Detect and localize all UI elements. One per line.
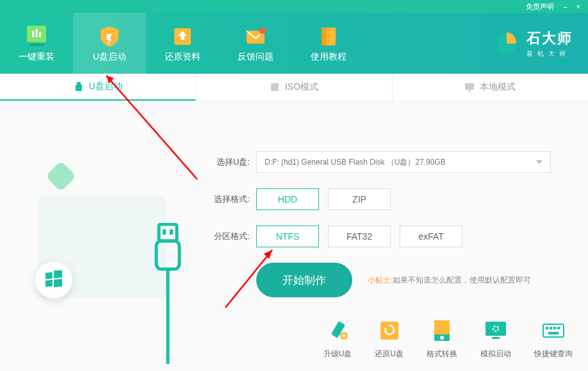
nav-label: 反馈问题 (238, 51, 274, 63)
brand-name: 石大师 (527, 29, 573, 48)
svg-rect-34 (550, 327, 552, 329)
usb-icon (74, 81, 84, 92)
svg-rect-11 (76, 85, 82, 91)
main-nav: 一键重装 U盘启动 还原资料 反馈问题 使用教程 (0, 13, 365, 74)
subtab-label: U盘启动 (89, 81, 122, 92)
usb-shield-icon (96, 24, 123, 47)
decor-shape (45, 161, 76, 192)
tool-label: 快捷键查询 (534, 349, 573, 359)
windows-logo-icon (35, 261, 72, 299)
tip-text: 小贴士:如果不知道怎么配置，使用默认配置即可 (368, 275, 531, 286)
bottom-tools: 升级U盘 还原U盘 格式转换 模拟启动 快捷键查询 (323, 317, 573, 359)
svg-rect-18 (54, 279, 62, 287)
usb-select[interactable]: D:F: (hd1) General USB Flash Disk （U盘）27… (256, 151, 551, 173)
svg-rect-3 (39, 32, 41, 37)
svg-point-7 (259, 28, 266, 34)
svg-rect-14 (468, 90, 471, 92)
restore-usb-icon (375, 317, 404, 345)
nav-usb-boot[interactable]: U盘启动 (73, 13, 146, 74)
keyboard-icon (539, 317, 568, 345)
nav-restore[interactable]: 还原资料 (146, 13, 219, 74)
usb-select-value: D:F: (hd1) General USB Flash Disk （U盘）27… (265, 157, 446, 168)
tip-prefix: 小贴士: (368, 276, 393, 284)
brand-sub: 装机大师 (527, 49, 573, 58)
brand-logo-icon (493, 30, 520, 57)
partition-label: 分区格式: (205, 231, 250, 242)
svg-rect-30 (492, 337, 500, 339)
tool-label: 格式转换 (427, 349, 457, 359)
tool-label: 模拟启动 (480, 349, 511, 359)
svg-rect-2 (36, 29, 38, 37)
envelope-icon (242, 24, 269, 47)
nav-label: 使用教程 (311, 51, 347, 63)
usb-select-label: 选择U盘: (205, 156, 250, 168)
partition-ntfs[interactable]: NTFS (256, 226, 319, 247)
subtab-label: 本地模式 (480, 81, 516, 93)
tool-label: 升级U盘 (323, 349, 352, 359)
svg-rect-32 (543, 324, 564, 337)
tool-simulate-boot[interactable]: 模拟启动 (480, 317, 511, 359)
minimize-button[interactable]: – (563, 3, 567, 10)
reinstall-icon (23, 24, 50, 47)
header: 一键重装 U盘启动 还原资料 反馈问题 使用教程 (0, 13, 588, 74)
svg-rect-25 (380, 322, 398, 340)
subtab-label: ISO模式 (285, 81, 318, 93)
svg-rect-29 (486, 322, 506, 336)
tool-restore-usb[interactable]: 还原U盘 (375, 317, 404, 359)
svg-rect-17 (45, 280, 53, 287)
svg-rect-9 (322, 28, 327, 45)
illustration (0, 101, 205, 371)
brand: 石大师 装机大师 (493, 29, 588, 58)
format-zip[interactable]: ZIP (328, 188, 391, 210)
usb-plug-icon (149, 223, 187, 364)
disclaimer-link[interactable]: 免责声明 (526, 2, 554, 12)
tool-label: 还原U盘 (375, 349, 404, 359)
nav-label: U盘启动 (93, 51, 126, 63)
partition-exfat[interactable]: exFAT (400, 226, 462, 247)
tool-convert-format[interactable]: 格式转换 (427, 317, 457, 359)
chevron-down-icon (536, 160, 543, 164)
svg-rect-1 (32, 31, 34, 37)
svg-rect-33 (546, 327, 548, 329)
partition-fat32[interactable]: FAT32 (328, 226, 391, 247)
nav-label: 还原资料 (165, 51, 200, 63)
svg-rect-21 (170, 229, 173, 235)
tip-body: 如果不知道怎么配置，使用默认配置即可 (393, 276, 531, 284)
format-hdd[interactable]: HDD (256, 188, 319, 210)
subtabs: U盘启动 ISO模式 本地模式 (0, 74, 588, 101)
restore-icon (169, 24, 196, 47)
format-label: 选择格式: (205, 194, 250, 205)
tool-hotkey-lookup[interactable]: 快捷键查询 (534, 317, 573, 359)
upgrade-usb-icon (323, 317, 352, 345)
svg-rect-16 (54, 270, 62, 278)
nav-feedback[interactable]: 反馈问题 (219, 13, 292, 74)
convert-icon (428, 317, 456, 345)
svg-rect-4 (29, 44, 44, 46)
close-button[interactable]: × (576, 3, 580, 10)
monitor-icon (464, 82, 475, 92)
simulate-icon (482, 317, 510, 345)
svg-rect-19 (159, 224, 177, 241)
svg-point-28 (440, 336, 444, 340)
titlebar: 免责声明 – × (0, 0, 588, 13)
svg-rect-10 (77, 82, 81, 85)
svg-rect-12 (271, 83, 279, 91)
iso-icon (270, 82, 280, 92)
book-icon (315, 24, 342, 47)
nav-tutorial[interactable]: 使用教程 (292, 13, 365, 74)
start-button[interactable]: 开始制作 (256, 263, 352, 297)
svg-rect-15 (45, 272, 53, 279)
tool-upgrade-usb[interactable]: 升级U盘 (323, 317, 352, 359)
subtab-usb[interactable]: U盘启动 (0, 74, 196, 101)
svg-rect-37 (548, 332, 559, 334)
svg-rect-13 (465, 83, 474, 90)
nav-label: 一键重装 (19, 51, 54, 63)
svg-rect-35 (553, 327, 556, 329)
svg-rect-36 (557, 327, 560, 329)
svg-rect-22 (156, 241, 179, 269)
subtab-local[interactable]: 本地模式 (393, 74, 588, 101)
subtab-iso[interactable]: ISO模式 (196, 74, 392, 101)
nav-reinstall[interactable]: 一键重装 (0, 13, 73, 74)
svg-rect-20 (163, 229, 166, 235)
